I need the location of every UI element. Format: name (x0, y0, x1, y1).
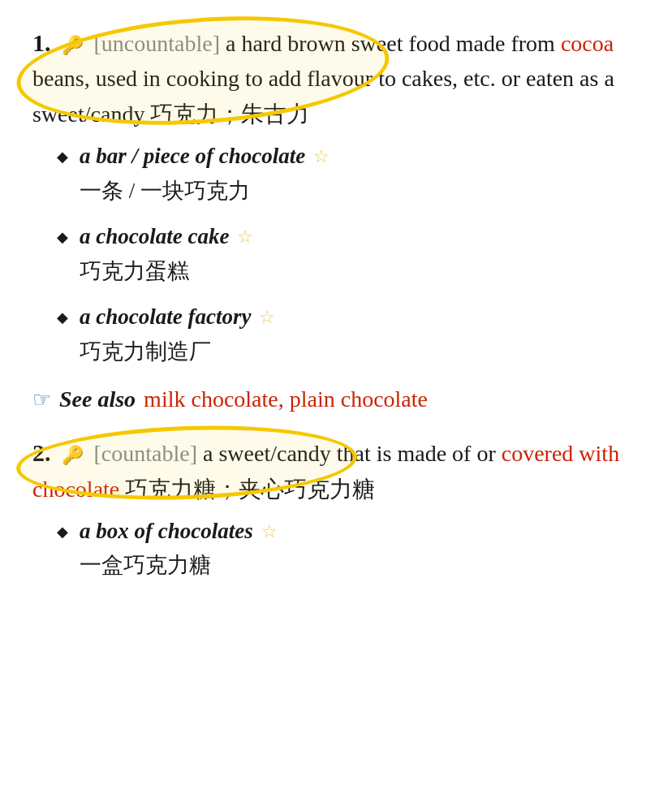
example-content-cake: a chocolate cake ☆ 巧克力蛋糕 (80, 220, 640, 287)
example-english-box: a box of chocolates ☆ (80, 515, 640, 548)
def-before-red-2: a sweet/candy that is made of or (203, 441, 502, 466)
diamond-icon-bar: ◆ (57, 146, 68, 168)
star-icon-cake[interactable]: ☆ (237, 223, 253, 250)
def-after-red-1: beans, used in cooking to add flavour to… (32, 66, 614, 126)
example-chinese-box: 一盒巧克力糖 (80, 549, 640, 582)
example-content-bar: a bar / piece of chocolate ☆ 一条 / 一块巧克力 (80, 140, 640, 207)
example-english-bar: a bar / piece of chocolate ☆ (80, 140, 640, 173)
examples-1: ◆ a bar / piece of chocolate ☆ 一条 / 一块巧克… (57, 140, 640, 368)
example-text-factory: a chocolate factory (80, 300, 251, 334)
definition-block-1: 1. 🔑 [uncountable] a hard brown sweet fo… (32, 24, 640, 132)
example-item-bar: ◆ a bar / piece of chocolate ☆ 一条 / 一块巧克… (57, 140, 640, 207)
entry-1: 1. 🔑 [uncountable] a hard brown sweet fo… (32, 24, 640, 416)
def-before-red-1: a hard brown sweet food made from (226, 31, 561, 56)
diamond-icon-cake: ◆ (57, 226, 68, 248)
example-content-box: a box of chocolates ☆ 一盒巧克力糖 (80, 515, 640, 582)
definition-block-2: 2. 🔑 [countable] a sweet/candy that is m… (32, 434, 640, 507)
examples-2: ◆ a box of chocolates ☆ 一盒巧克力糖 (57, 515, 640, 582)
entry-number-1: 1. (32, 29, 51, 56)
key-icon-1: 🔑 (62, 35, 84, 55)
chinese-definition-2: 巧克力糖；夹心巧克力糖 (125, 477, 375, 502)
diamond-icon-box: ◆ (57, 521, 68, 543)
chinese-definition-1: 巧克力；朱古力 (150, 101, 309, 127)
example-item-cake: ◆ a chocolate cake ☆ 巧克力蛋糕 (57, 220, 640, 287)
example-text-cake: a chocolate cake (80, 220, 229, 253)
grammar-tag-2: [countable] (94, 441, 198, 466)
key-icon-2: 🔑 (62, 445, 84, 465)
entry-2: 2. 🔑 [countable] a sweet/candy that is m… (32, 434, 640, 582)
star-icon-factory[interactable]: ☆ (259, 304, 275, 330)
grammar-tag-1: [uncountable] (94, 31, 221, 56)
example-chinese-factory: 巧克力制造厂 (80, 335, 640, 369)
example-text-box: a box of chocolates (80, 515, 253, 548)
red-word-1: cocoa (561, 31, 614, 56)
example-chinese-cake: 巧克力蛋糕 (80, 255, 640, 288)
see-also-links[interactable]: milk chocolate, plain chocolate (144, 382, 428, 416)
example-english-factory: a chocolate factory ☆ (80, 300, 640, 334)
example-english-cake: a chocolate cake ☆ (80, 220, 640, 253)
entry-number-2: 2. (32, 439, 51, 466)
example-chinese-bar: 一条 / 一块巧克力 (80, 175, 640, 208)
star-icon-bar[interactable]: ☆ (313, 143, 330, 170)
example-text-bar: a bar / piece of chocolate (80, 140, 305, 173)
star-icon-box[interactable]: ☆ (261, 518, 278, 545)
example-item-box: ◆ a box of chocolates ☆ 一盒巧克力糖 (57, 515, 640, 582)
see-also-label: See also (59, 382, 136, 416)
example-content-factory: a chocolate factory ☆ 巧克力制造厂 (80, 300, 640, 368)
example-item-factory: ◆ a chocolate factory ☆ 巧克力制造厂 (57, 300, 640, 368)
see-also: ☞ See also milk chocolate, plain chocola… (32, 382, 640, 416)
diamond-icon-factory: ◆ (57, 307, 68, 329)
see-also-icon: ☞ (32, 384, 51, 416)
